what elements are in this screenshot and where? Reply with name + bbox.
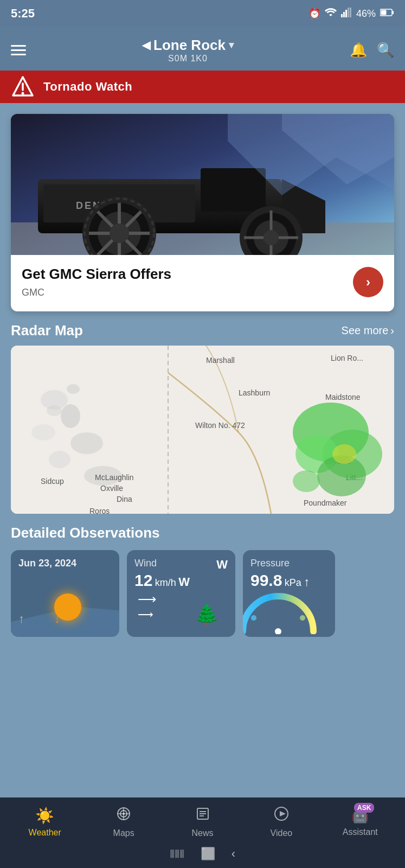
svg-text:Lion Ro...: Lion Ro... (331, 354, 363, 362)
back-gesture-icon: ⦀⦀⦀ (170, 847, 184, 861)
svg-point-61 (293, 470, 320, 492)
pressure-value: 99.8 (250, 571, 282, 589)
nav-items-row: ☀️ Weather Maps (0, 797, 405, 843)
svg-marker-77 (280, 811, 286, 816)
svg-text:Sidcup: Sidcup (41, 477, 64, 486)
pressure-unit: kPa (285, 577, 301, 588)
svg-rect-6 (392, 11, 394, 14)
svg-text:Wilton No. 472: Wilton No. 472 (195, 421, 245, 430)
bottom-navigation: ☀️ Weather Maps (0, 797, 405, 868)
wind-direction: W (178, 575, 190, 589)
ad-cta-button[interactable]: › (353, 267, 383, 297)
svg-point-37 (61, 404, 80, 428)
notification-icon[interactable]: 🔔 (350, 42, 367, 59)
svg-text:Maidstone: Maidstone (325, 393, 361, 401)
ad-content: Get GMC Sierra Offers GMC › (11, 255, 394, 311)
location-chevron-icon: ▾ (229, 39, 234, 51)
svg-point-32 (263, 230, 279, 245)
svg-text:Poundmaker: Poundmaker (304, 499, 347, 507)
ad-arrow-icon: › (366, 275, 370, 290)
svg-point-39 (70, 432, 103, 454)
recents-gesture-icon: ‹ (232, 847, 235, 861)
svg-point-38 (31, 424, 55, 441)
nav-item-assistant[interactable]: 🤖 ASK Assistant (321, 807, 400, 837)
gesture-bar: ⦀⦀⦀ ⬜ ‹ (0, 843, 405, 868)
radar-section-title: Radar Map (11, 322, 83, 339)
obs-date-label: Jun 23, 2024 (18, 558, 112, 569)
search-icon[interactable]: 🔍 (377, 42, 394, 59)
weather-nav-icon: ☀️ (35, 807, 54, 825)
svg-text:Dina: Dina (117, 495, 132, 503)
observations-title: Detailed Observations (11, 525, 394, 541)
wind-value-row: 12 km/h W (134, 571, 228, 590)
radar-section-header: Radar Map See more › (0, 311, 405, 346)
radar-map-svg: Sidcup McLaughlin Oxville Dina Roros Mar… (11, 346, 394, 514)
status-icons: ⏰ 46% (308, 8, 394, 20)
svg-text:Oxville: Oxville (100, 484, 123, 493)
obs-card-wind[interactable]: Wind 12 km/h W ⟶ ⟶ 🌲 W (127, 550, 235, 637)
status-time: 5:25 (11, 7, 35, 21)
wifi-icon (325, 8, 337, 20)
nav-item-maps[interactable]: Maps (84, 806, 163, 838)
svg-text:Marshall: Marshall (206, 356, 235, 365)
ad-text: Get GMC Sierra Offers GMC (22, 266, 353, 298)
alarm-icon: ⏰ (308, 8, 320, 20)
svg-point-60 (332, 444, 356, 464)
nav-item-news[interactable]: News (163, 806, 242, 838)
ad-card[interactable]: DENALI Get GMC Sierra Of (11, 114, 394, 311)
ask-badge: ASK (354, 803, 374, 813)
assistant-nav-label: Assistant (343, 827, 378, 837)
svg-text:Lashburn: Lashburn (239, 388, 270, 397)
alert-text: Tornado Watch (43, 80, 132, 94)
wind-arrow-icon: ⟶ (138, 592, 156, 607)
nav-item-weather[interactable]: ☀️ Weather (5, 807, 84, 838)
svg-rect-7 (381, 10, 387, 15)
svg-point-64 (275, 628, 281, 634)
header-action-icons: 🔔 🔍 (350, 42, 394, 59)
temp-down-arrow: ↓ (54, 612, 60, 626)
svg-rect-2 (345, 10, 347, 17)
svg-rect-3 (348, 8, 349, 17)
see-more-text: See more (342, 324, 389, 337)
ad-title: Get GMC Sierra Offers (22, 266, 353, 283)
status-bar: 5:25 ⏰ 46% (0, 0, 405, 27)
location-postal: S0M 1K0 (142, 54, 234, 63)
wind-label: Wind (134, 558, 228, 569)
wind-arrow-icon-2: ⟶ (138, 608, 153, 621)
temp-up-arrow: ↑ (18, 612, 24, 626)
see-more-chevron-icon: › (390, 324, 394, 337)
signal-icon (341, 8, 352, 20)
pressure-label: Pressure (250, 558, 327, 569)
header: ◀ Lone Rock ▾ S0M 1K0 🔔 🔍 (0, 27, 405, 71)
nav-item-video[interactable]: Video (242, 806, 320, 838)
pressure-gauge-svg (243, 591, 319, 634)
battery-icon (380, 8, 394, 20)
ad-image: DENALI (11, 114, 394, 255)
menu-button[interactable] (11, 45, 26, 55)
radar-map[interactable]: Sidcup McLaughlin Oxville Dina Roros Mar… (11, 346, 394, 514)
svg-rect-4 (350, 8, 351, 17)
maps-nav-label: Maps (113, 828, 134, 838)
svg-rect-0 (341, 14, 343, 17)
svg-point-40 (49, 451, 70, 468)
svg-point-25 (110, 224, 129, 243)
wind-unit: km/h (155, 577, 176, 588)
see-more-button[interactable]: See more › (342, 324, 394, 337)
svg-point-10 (22, 92, 24, 95)
wind-speed: 12 (134, 571, 152, 589)
location-display[interactable]: ◀ Lone Rock ▾ S0M 1K0 (142, 37, 234, 63)
alert-banner[interactable]: Tornado Watch (0, 71, 405, 103)
tornado-alert-icon (11, 75, 35, 99)
ad-subtitle: GMC (22, 287, 353, 298)
svg-rect-15 (201, 168, 266, 212)
video-nav-icon (274, 806, 289, 825)
weather-nav-label: Weather (29, 828, 61, 838)
location-arrow-icon: ◀ (142, 39, 150, 52)
svg-text:Roros: Roros (89, 507, 110, 514)
svg-point-62 (67, 384, 80, 394)
obs-card-date[interactable]: Jun 23, 2024 ↑ ↓ (11, 550, 119, 637)
obs-card-pressure[interactable]: Pressure 99.8 kPa ↑ (243, 550, 335, 637)
wind-dir-label: W (216, 558, 228, 572)
home-gesture-icon: ⬜ (201, 847, 215, 861)
svg-rect-1 (343, 12, 345, 17)
